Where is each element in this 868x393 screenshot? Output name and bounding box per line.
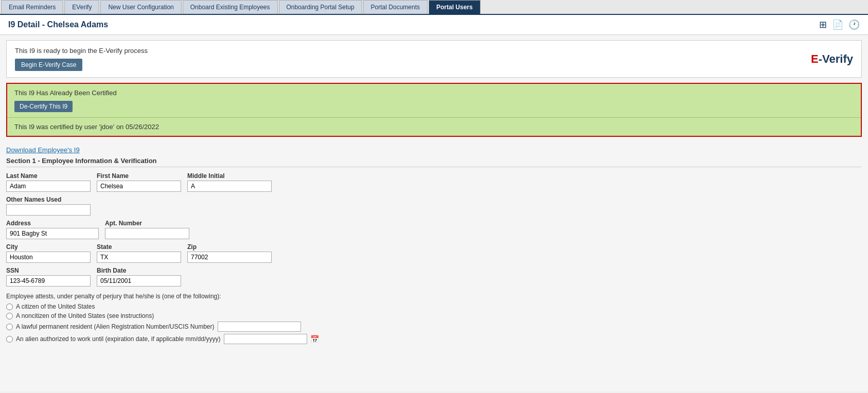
attest-radio-2[interactable] [6,313,13,319]
everify-status-text: This I9 is ready to begin the E-Verify p… [15,47,148,55]
attest-radio-4[interactable] [6,336,13,343]
ssn-field: SSN [6,267,91,287]
certification-container: This I9 Has Already Been Certified De-Ce… [6,83,862,137]
city-input[interactable] [6,252,91,263]
attest-option-2: A noncitizen of the United States (see i… [6,312,862,319]
attest-option-4-label: An alien authorized to work until (expir… [16,335,221,343]
attest-alien-number-input[interactable] [218,321,301,332]
calendar-icon[interactable]: 📅 [310,335,319,343]
zip-label: Zip [187,243,272,251]
certified-by-text: This I9 was certified by user 'jdoe' on … [14,123,854,131]
zip-field: Zip [187,243,272,263]
last-name-field: Last Name [6,172,91,192]
tab-onboard-existing-employees[interactable]: Onboard Existing Employees [183,0,278,14]
certified-box: This I9 Has Already Been Certified De-Ce… [7,84,861,118]
middle-initial-label: Middle Initial [187,172,272,180]
grid-icon[interactable]: ⊞ [819,19,827,30]
header-icons: ⊞ 📄 🕐 [819,19,860,30]
attestation-section: Employee attests, under penalty of perju… [6,293,862,344]
city-label: City [6,243,91,251]
attest-radio-3[interactable] [6,324,13,330]
address-row: Address Apt. Number [6,220,862,239]
attest-option-4: An alien authorized to work until (expir… [6,334,862,344]
document-icon[interactable]: 📄 [832,19,843,30]
birth-date-input[interactable] [97,275,181,287]
attest-radio-1[interactable] [6,303,13,310]
first-name-label: First Name [97,172,181,180]
first-name-input[interactable] [97,181,181,192]
zip-input[interactable] [187,252,272,263]
everify-banner: This I9 is ready to begin the E-Verify p… [6,40,862,78]
tab-everify[interactable]: EVerify [64,0,99,14]
other-names-field: Other Names Used [6,196,91,216]
tab-portal-users[interactable]: Portal Users [429,0,481,14]
attest-option-3-label: A lawful permanent resident (Alien Regis… [16,323,215,330]
apt-label: Apt. Number [105,220,189,227]
attest-label: Employee attests, under penalty of perju… [6,293,862,300]
other-names-input[interactable] [6,204,91,216]
tab-onboarding-portal-setup[interactable]: Onboarding Portal Setup [279,0,362,14]
ssn-input[interactable] [6,275,91,287]
begin-everify-button[interactable]: Begin E-Verify Case [15,59,82,71]
download-i9-link[interactable]: Download Employee's I9 [6,146,862,154]
certified-by-box: This I9 was certified by user 'jdoe' on … [7,118,861,136]
decertify-button[interactable]: De-Certify This I9 [14,101,73,112]
address-label: Address [6,220,99,227]
other-names-row: Other Names Used [6,196,862,216]
main-content: I9 Detail - Chelsea Adams ⊞ 📄 🕐 This I9 … [0,15,868,391]
birth-date-label: Birth Date [97,267,181,274]
apt-field: Apt. Number [105,220,189,239]
ssn-birthdate-row: SSN Birth Date [6,267,862,287]
birth-date-field: Birth Date [97,267,181,287]
state-input[interactable] [97,252,181,263]
city-state-zip-row: City State Zip [6,243,862,263]
tab-new-user-configuration[interactable]: New User Configuration [100,0,181,14]
attest-option-1: A citizen of the United States [6,303,862,310]
section1-title: Section 1 - Employee Information & Verif… [6,157,862,167]
tab-portal-documents[interactable]: Portal Documents [363,0,428,14]
section-area: Download Employee's I9 Section 1 - Emplo… [0,142,868,350]
attest-option-3: A lawful permanent resident (Alien Regis… [6,321,862,332]
last-name-input[interactable] [6,181,91,192]
first-name-field: First Name [97,172,181,192]
state-field: State [97,243,181,263]
tab-email-reminders[interactable]: Email Reminders [1,0,63,14]
attest-option-2-label: A noncitizen of the United States (see i… [16,312,154,319]
page-title: I9 Detail - Chelsea Adams [8,20,108,29]
middle-initial-field: Middle Initial [187,172,272,192]
other-names-label: Other Names Used [6,196,91,203]
everify-logo: E-Verify [811,52,853,66]
everify-logo-e: E [811,52,819,65]
name-row: Last Name First Name Middle Initial [6,172,862,192]
state-label: State [97,243,181,251]
address-input[interactable] [6,228,99,239]
attest-option-1-label: A citizen of the United States [16,303,95,310]
certified-text: This I9 Has Already Been Certified [14,89,854,97]
last-name-label: Last Name [6,172,91,180]
attest-expiration-date-input[interactable] [224,334,307,344]
address-field: Address [6,220,99,239]
middle-initial-input[interactable] [187,181,272,192]
city-field: City [6,243,91,263]
ssn-label: SSN [6,267,91,274]
page-header: I9 Detail - Chelsea Adams ⊞ 📄 🕐 [0,15,868,35]
clock-icon[interactable]: 🕐 [848,19,860,30]
everify-logo-verify: -Verify [819,52,853,65]
apt-input[interactable] [105,228,189,239]
nav-tabs: Email Reminders EVerify New User Configu… [0,0,868,15]
